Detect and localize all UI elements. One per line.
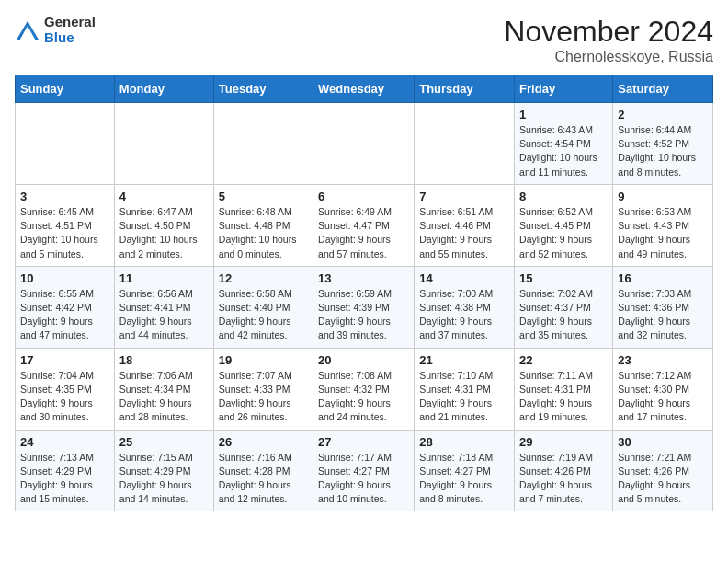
calendar-cell: 7Sunrise: 6:51 AM Sunset: 4:46 PM Daylig… <box>415 184 515 266</box>
day-info: Sunrise: 6:45 AM Sunset: 4:51 PM Dayligh… <box>20 205 109 261</box>
day-info: Sunrise: 6:52 AM Sunset: 4:45 PM Dayligh… <box>519 205 608 261</box>
calendar-cell: 21Sunrise: 7:10 AM Sunset: 4:31 PM Dayli… <box>415 348 515 430</box>
calendar-cell: 8Sunrise: 6:52 AM Sunset: 4:45 PM Daylig… <box>515 184 613 266</box>
day-info: Sunrise: 6:58 AM Sunset: 4:40 PM Dayligh… <box>219 287 308 343</box>
day-info: Sunrise: 7:15 AM Sunset: 4:29 PM Dayligh… <box>119 451 209 507</box>
calendar-cell: 29Sunrise: 7:19 AM Sunset: 4:26 PM Dayli… <box>515 430 613 511</box>
weekday-header-thursday: Thursday <box>415 75 515 103</box>
calendar-week-4: 17Sunrise: 7:04 AM Sunset: 4:35 PM Dayli… <box>16 348 713 430</box>
calendar-cell: 9Sunrise: 6:53 AM Sunset: 4:43 PM Daylig… <box>613 184 713 266</box>
day-number: 26 <box>219 435 308 449</box>
calendar-cell <box>114 103 213 185</box>
calendar-cell: 2Sunrise: 6:44 AM Sunset: 4:52 PM Daylig… <box>613 103 713 185</box>
calendar-cell: 23Sunrise: 7:12 AM Sunset: 4:30 PM Dayli… <box>613 348 713 430</box>
calendar-cell: 12Sunrise: 6:58 AM Sunset: 4:40 PM Dayli… <box>213 266 313 348</box>
calendar-cell: 4Sunrise: 6:47 AM Sunset: 4:50 PM Daylig… <box>114 184 213 266</box>
calendar-table: SundayMondayTuesdayWednesdayThursdayFrid… <box>15 75 713 511</box>
day-number: 12 <box>219 271 308 285</box>
calendar-cell: 5Sunrise: 6:48 AM Sunset: 4:48 PM Daylig… <box>213 184 313 266</box>
day-info: Sunrise: 7:07 AM Sunset: 4:33 PM Dayligh… <box>219 369 308 425</box>
day-number: 24 <box>20 435 109 449</box>
day-number: 4 <box>119 190 209 203</box>
day-number: 11 <box>119 271 209 285</box>
weekday-header-tuesday: Tuesday <box>213 75 313 103</box>
day-number: 1 <box>519 108 608 121</box>
day-number: 30 <box>618 435 708 449</box>
weekday-header-monday: Monday <box>114 75 213 103</box>
logo: General Blue <box>15 15 96 45</box>
day-info: Sunrise: 6:51 AM Sunset: 4:46 PM Dayligh… <box>419 205 509 261</box>
calendar-cell: 16Sunrise: 7:03 AM Sunset: 4:36 PM Dayli… <box>613 266 713 348</box>
title-block: November 2024 Chernolesskoye, Russia <box>504 15 713 65</box>
day-number: 14 <box>419 271 509 285</box>
calendar-cell <box>16 103 115 185</box>
location: Chernolesskoye, Russia <box>504 49 713 65</box>
day-number: 19 <box>219 353 308 367</box>
logo-general: General <box>44 15 96 30</box>
calendar-cell: 27Sunrise: 7:17 AM Sunset: 4:27 PM Dayli… <box>313 430 415 511</box>
day-number: 7 <box>419 190 509 203</box>
logo-blue: Blue <box>44 30 96 46</box>
day-info: Sunrise: 6:56 AM Sunset: 4:41 PM Dayligh… <box>119 287 209 343</box>
calendar-cell: 19Sunrise: 7:07 AM Sunset: 4:33 PM Dayli… <box>213 348 313 430</box>
calendar-cell: 10Sunrise: 6:55 AM Sunset: 4:42 PM Dayli… <box>16 266 115 348</box>
day-number: 20 <box>318 353 409 367</box>
calendar-cell: 11Sunrise: 6:56 AM Sunset: 4:41 PM Dayli… <box>114 266 213 348</box>
calendar-cell <box>415 103 515 185</box>
calendar-cell: 13Sunrise: 6:59 AM Sunset: 4:39 PM Dayli… <box>313 266 415 348</box>
calendar-cell <box>313 103 415 185</box>
day-info: Sunrise: 6:47 AM Sunset: 4:50 PM Dayligh… <box>119 205 209 261</box>
day-number: 25 <box>119 435 209 449</box>
logo-text: General Blue <box>44 15 96 45</box>
day-info: Sunrise: 7:12 AM Sunset: 4:30 PM Dayligh… <box>618 369 708 425</box>
calendar-cell: 25Sunrise: 7:15 AM Sunset: 4:29 PM Dayli… <box>114 430 213 511</box>
calendar-cell: 20Sunrise: 7:08 AM Sunset: 4:32 PM Dayli… <box>313 348 415 430</box>
day-info: Sunrise: 7:08 AM Sunset: 4:32 PM Dayligh… <box>318 369 409 425</box>
calendar-cell: 17Sunrise: 7:04 AM Sunset: 4:35 PM Dayli… <box>16 348 115 430</box>
day-number: 2 <box>618 108 708 121</box>
day-number: 21 <box>419 353 509 367</box>
day-number: 13 <box>318 271 409 285</box>
calendar-cell: 22Sunrise: 7:11 AM Sunset: 4:31 PM Dayli… <box>515 348 613 430</box>
day-info: Sunrise: 7:18 AM Sunset: 4:27 PM Dayligh… <box>419 451 509 507</box>
calendar-cell: 1Sunrise: 6:43 AM Sunset: 4:54 PM Daylig… <box>515 103 613 185</box>
calendar-cell: 14Sunrise: 7:00 AM Sunset: 4:38 PM Dayli… <box>415 266 515 348</box>
weekday-header-sunday: Sunday <box>16 75 115 103</box>
calendar-cell: 6Sunrise: 6:49 AM Sunset: 4:47 PM Daylig… <box>313 184 415 266</box>
calendar-cell: 3Sunrise: 6:45 AM Sunset: 4:51 PM Daylig… <box>16 184 115 266</box>
day-number: 6 <box>318 190 409 203</box>
logo-icon <box>15 17 40 43</box>
day-number: 27 <box>318 435 409 449</box>
day-info: Sunrise: 6:55 AM Sunset: 4:42 PM Dayligh… <box>20 287 109 343</box>
day-info: Sunrise: 6:49 AM Sunset: 4:47 PM Dayligh… <box>318 205 409 261</box>
day-number: 8 <box>519 190 608 203</box>
day-info: Sunrise: 7:19 AM Sunset: 4:26 PM Dayligh… <box>519 451 608 507</box>
day-info: Sunrise: 7:11 AM Sunset: 4:31 PM Dayligh… <box>519 369 608 425</box>
calendar-week-5: 24Sunrise: 7:13 AM Sunset: 4:29 PM Dayli… <box>16 430 713 511</box>
day-info: Sunrise: 7:02 AM Sunset: 4:37 PM Dayligh… <box>519 287 608 343</box>
day-info: Sunrise: 7:03 AM Sunset: 4:36 PM Dayligh… <box>618 287 708 343</box>
day-info: Sunrise: 6:48 AM Sunset: 4:48 PM Dayligh… <box>219 205 308 261</box>
day-info: Sunrise: 6:59 AM Sunset: 4:39 PM Dayligh… <box>318 287 409 343</box>
day-number: 18 <box>119 353 209 367</box>
calendar-week-3: 10Sunrise: 6:55 AM Sunset: 4:42 PM Dayli… <box>16 266 713 348</box>
page-header: General Blue November 2024 Chernolesskoy… <box>15 15 713 65</box>
day-number: 10 <box>20 271 109 285</box>
day-number: 16 <box>618 271 708 285</box>
day-number: 23 <box>618 353 708 367</box>
day-info: Sunrise: 7:17 AM Sunset: 4:27 PM Dayligh… <box>318 451 409 507</box>
day-number: 28 <box>419 435 509 449</box>
day-number: 3 <box>20 190 109 203</box>
calendar-cell: 18Sunrise: 7:06 AM Sunset: 4:34 PM Dayli… <box>114 348 213 430</box>
month-title: November 2024 <box>504 15 713 49</box>
calendar-week-1: 1Sunrise: 6:43 AM Sunset: 4:54 PM Daylig… <box>16 103 713 185</box>
day-info: Sunrise: 6:53 AM Sunset: 4:43 PM Dayligh… <box>618 205 708 261</box>
day-info: Sunrise: 7:00 AM Sunset: 4:38 PM Dayligh… <box>419 287 509 343</box>
calendar-cell: 15Sunrise: 7:02 AM Sunset: 4:37 PM Dayli… <box>515 266 613 348</box>
calendar-cell: 24Sunrise: 7:13 AM Sunset: 4:29 PM Dayli… <box>16 430 115 511</box>
calendar-cell: 28Sunrise: 7:18 AM Sunset: 4:27 PM Dayli… <box>415 430 515 511</box>
calendar-cell <box>213 103 313 185</box>
day-info: Sunrise: 7:04 AM Sunset: 4:35 PM Dayligh… <box>20 369 109 425</box>
day-info: Sunrise: 7:06 AM Sunset: 4:34 PM Dayligh… <box>119 369 209 425</box>
day-number: 15 <box>519 271 608 285</box>
